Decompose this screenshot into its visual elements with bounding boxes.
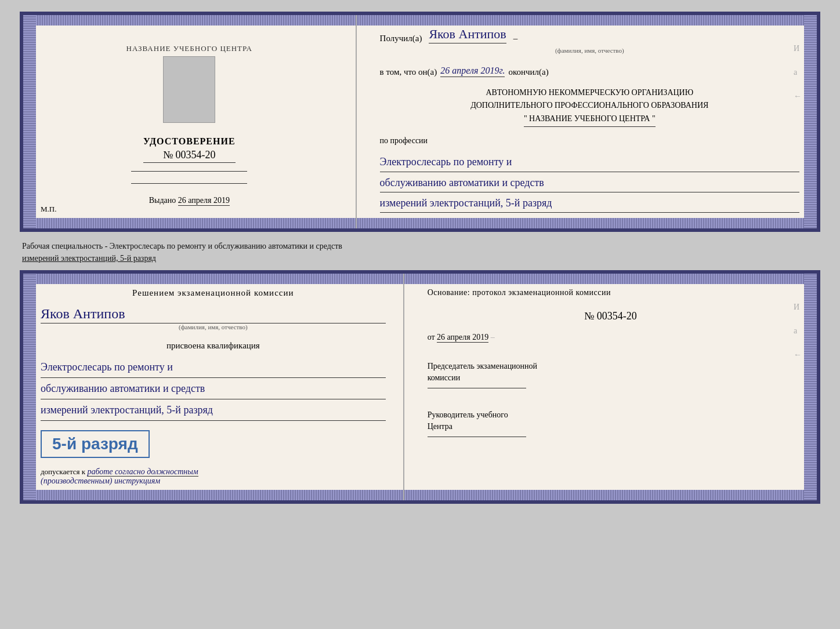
razryad-badge: 5-й разряд	[41, 430, 150, 458]
dash-mark: –	[513, 34, 518, 43]
cert-top-left-panel: НАЗВАНИЕ УЧЕБНОГО ЦЕНТРА УДОСТОВЕРЕНИЕ №…	[23, 15, 357, 228]
udostoverenie-block: УДОСТОВЕРЕНИЕ № 00354-20	[143, 136, 236, 163]
rukovoditel-line1: Руководитель учебного	[428, 409, 794, 421]
predsedatel-line2: комиссии	[428, 372, 794, 384]
side-marks-right-top: И а ←	[794, 44, 802, 101]
middle-line1: Рабочая специальность - Электрослесарь п…	[22, 240, 818, 252]
osnovanie-text: Основание: протокол экзаменационной коми…	[428, 288, 794, 297]
qualification-block: Электрослесарь по ремонту и обслуживанию…	[41, 357, 386, 421]
mark-i-bottom: И	[794, 303, 802, 312]
cert-middle: УДОСТОВЕРЕНИЕ № 00354-20	[131, 56, 247, 187]
prisvoyena-text: присвоена квалификация	[41, 341, 386, 351]
fio-bottom-subtitle: (фамилия, имя, отчество)	[41, 323, 386, 330]
mark-a: а	[794, 68, 802, 77]
completion-date: 26 апреля 2019г.	[440, 66, 505, 77]
qual-line2: обслуживанию автоматики и средств	[41, 378, 386, 399]
cert-bottom-right-panel: Основание: протокол экзаменационной коми…	[404, 274, 817, 500]
signature-line-1	[131, 171, 247, 172]
cert-left-content: НАЗВАНИЕ УЧЕБНОГО ЦЕНТРА УДОСТОВЕРЕНИЕ №…	[41, 27, 338, 217]
vydano-section: Выдано 26 апреля 2019	[149, 196, 230, 205]
received-line: Получил(а) Яков Антипов – (фамилия, имя,…	[380, 27, 799, 54]
vtom-line: в том, что он(а) 26 апреля 2019г. окончи…	[380, 66, 799, 77]
org-line3: " НАЗВАНИЕ УЧЕБНОГО ЦЕНТРА "	[380, 112, 799, 127]
middle-text-block: Рабочая специальность - Электрослесарь п…	[20, 237, 820, 266]
rukovoditel-line2: Центра	[428, 421, 794, 432]
signature-line-2	[131, 183, 247, 184]
rukovoditel-block: Руководитель учебного Центра	[428, 409, 794, 442]
qual-line3: измерений электростанций, 5-й разряд	[41, 399, 386, 421]
ot-date-value: 26 апреля 2019	[437, 333, 488, 343]
cert-top: НАЗВАНИЕ УЧЕБНОГО ЦЕНТРА УДОСТОВЕРЕНИЕ №…	[20, 12, 820, 232]
predsedatel-sign-line	[428, 388, 526, 388]
mark-arrow-bottom: ←	[794, 350, 802, 359]
razryad-container: 5-й разряд	[41, 427, 386, 461]
cert-bottom: Решением экзаменационной комиссии Яков А…	[20, 270, 820, 504]
right-dash-1: –	[491, 333, 495, 341]
mark-arrow: ←	[794, 92, 802, 101]
middle-line2: измерений электростанций, 5-й разряд	[22, 252, 818, 264]
ot-prefix: от	[428, 333, 435, 341]
dopuskaetsya-handwritten1: работе согласно должностным	[87, 467, 198, 477]
dopuskaetsya-prefix: допускается к	[41, 467, 85, 476]
dopuskaetsya-block: допускается к работе согласно должностны…	[41, 467, 386, 486]
mp-label: М.П.	[41, 205, 56, 214]
resheniem-text: Решением экзаменационной комиссии	[41, 288, 386, 298]
fio-subtitle-top: (фамилия, имя, отчество)	[380, 47, 799, 54]
cert-top-right-panel: Получил(а) Яков Антипов – (фамилия, имя,…	[357, 15, 817, 228]
okonchill-text: окончил(а)	[508, 67, 548, 77]
qual-line1: Электрослесарь по ремонту и	[41, 357, 386, 378]
predsedatel-block: Председатель экзаменационной комиссии	[428, 361, 794, 393]
org-block: АВТОНОМНУЮ НЕКОММЕРЧЕСКУЮ ОРГАНИЗАЦИЮ ДО…	[380, 86, 799, 127]
org-line2: ДОПОЛНИТЕЛЬНОГО ПРОФЕССИОНАЛЬНОГО ОБРАЗО…	[380, 99, 799, 112]
dopuskaetsya-handwritten2: (производственным) инструкциям	[41, 477, 160, 485]
fio-bottom-block: Яков Антипов (фамилия, имя, отчество)	[41, 304, 386, 330]
ot-date-block: от 26 апреля 2019 –	[428, 333, 794, 342]
top-org-name-label: НАЗВАНИЕ УЧЕБНОГО ЦЕНТРА	[126, 44, 252, 53]
vydano-date: 26 апреля 2019	[178, 196, 230, 206]
prof-line3: измерений электростанций, 5-й разряд	[380, 194, 799, 213]
vydano-label: Выдано	[149, 196, 176, 205]
fio-bottom-name: Яков Антипов	[41, 306, 386, 322]
cert-number: № 00354-20	[143, 149, 236, 163]
side-marks-right-bottom: И а ←	[794, 303, 802, 359]
recipient-name: Яков Антипов	[429, 27, 506, 43]
profession-block: Электрослесарь по ремонту и обслуживанию…	[380, 152, 799, 214]
poluchil-label: Получил(а)	[380, 34, 422, 43]
vtom-prefix: в том, что он(а)	[380, 67, 437, 77]
protocol-number: № 00354-20	[428, 310, 794, 322]
prof-line2: обслуживанию автоматики и средств	[380, 173, 799, 192]
document-container: НАЗВАНИЕ УЧЕБНОГО ЦЕНТРА УДОСТОВЕРЕНИЕ №…	[20, 12, 820, 504]
prof-line1: Электрослесарь по ремонту и	[380, 152, 799, 172]
mark-a-bottom: а	[794, 326, 802, 336]
udostoverenie-label: УДОСТОВЕРЕНИЕ	[143, 136, 236, 147]
org-name-underline: " НАЗВАНИЕ УЧЕБНОГО ЦЕНТРА "	[524, 112, 656, 127]
photo-placeholder	[163, 56, 215, 123]
cert-bottom-left-panel: Решением экзаменационной комиссии Яков А…	[23, 274, 404, 500]
po-professii: по профессии	[380, 136, 799, 146]
predsedatel-line1: Председатель экзаменационной	[428, 361, 794, 372]
org-line1: АВТОНОМНУЮ НЕКОММЕРЧЕСКУЮ ОРГАНИЗАЦИЮ	[380, 86, 799, 99]
rukovoditel-sign-line	[428, 437, 526, 437]
mark-i: И	[794, 44, 802, 53]
